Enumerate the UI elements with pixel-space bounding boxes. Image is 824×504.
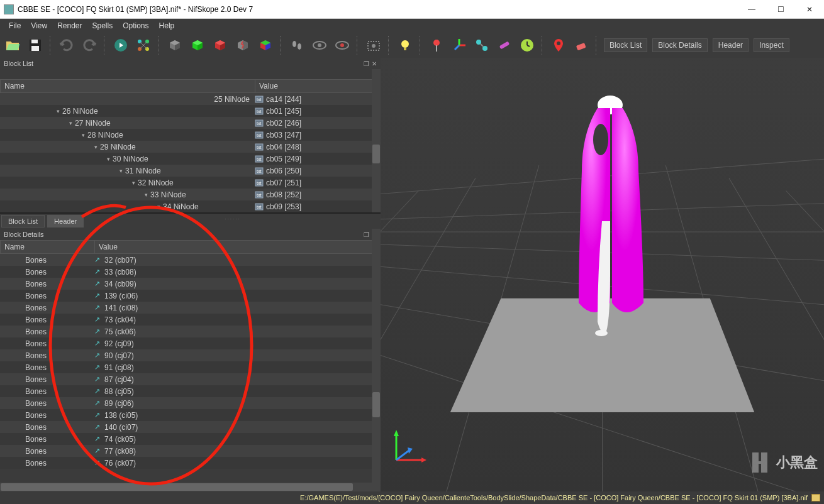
cube-color-icon[interactable] <box>255 35 276 55</box>
cube-red-icon[interactable] <box>210 35 230 55</box>
details-row[interactable]: Bones↗89 (cj06) <box>0 397 381 409</box>
left-pane: Block List❐✕ ˅︿ Name Value 25 NiNodetxt … <box>0 58 381 491</box>
blocklist-row[interactable]: ▾31 NiNodetxt cb06 [250] <box>0 165 381 177</box>
details-row[interactable]: Bones↗139 (ci06) <box>0 290 381 302</box>
tab-header-button[interactable]: Header <box>713 38 749 52</box>
details-row[interactable]: Bones↗75 (ck06) <box>0 326 381 337</box>
tab-header[interactable]: Header <box>47 215 84 227</box>
svg-point-62 <box>593 124 608 155</box>
blocklist-row[interactable]: ▾30 NiNodetxt cb05 [249] <box>0 153 381 165</box>
blocklist-row[interactable]: ▾32 NiNodetxt cb07 [251] <box>0 177 381 189</box>
svg-text:txt: txt <box>257 121 261 126</box>
details-row[interactable]: Bones↗74 (ck05) <box>0 433 381 445</box>
pill-icon[interactable] <box>494 35 515 55</box>
blocklist-col-value[interactable]: Value <box>255 80 380 92</box>
blocklist-row[interactable]: ▾34 NiNodetxt cb09 [253] <box>0 200 381 212</box>
blocklist-col-name[interactable]: Name <box>1 80 255 92</box>
details-row[interactable]: Bones↗33 (cb08) <box>0 266 381 278</box>
footprints-icon[interactable] <box>287 35 307 55</box>
details-row[interactable]: Bones↗138 (ci05) <box>0 409 381 421</box>
bulb-icon[interactable] <box>395 35 415 55</box>
details-row[interactable]: Bones↗87 (cj04) <box>0 373 381 385</box>
svg-rect-17 <box>404 48 406 50</box>
menu-view[interactable]: View <box>26 20 52 31</box>
3d-viewport[interactable]: 小黑盒 <box>381 58 824 491</box>
drag-handle[interactable]: ∙∙∙∙∙∙ <box>85 214 381 229</box>
details-row[interactable]: Bones↗73 (ck04) <box>0 314 381 326</box>
svg-marker-67 <box>394 430 399 436</box>
statusbar-path: E:/GAMES(E)/Test/mods/[COCO] Fairy Queen… <box>300 494 808 501</box>
svg-text:txt: txt <box>257 109 261 114</box>
details-hscroll[interactable] <box>0 483 381 491</box>
minimize-button[interactable]: — <box>737 0 766 19</box>
svg-text:txt: txt <box>257 97 261 102</box>
blocklist-row[interactable]: ▾28 NiNodetxt cb03 [247] <box>0 129 381 141</box>
cube-green-icon[interactable] <box>187 35 208 55</box>
blocklist-rows[interactable]: 25 NiNodetxt ca14 [244]▾26 NiNodetxt cb0… <box>0 93 381 212</box>
toolbar: Block List Block Details Header Inspect <box>0 33 824 58</box>
details-row[interactable]: Bones↗92 (cj09) <box>0 337 381 349</box>
screenshot-icon[interactable] <box>364 35 384 55</box>
constraint-icon[interactable] <box>472 35 492 55</box>
details-row[interactable]: Bones↗34 (cb09) <box>0 278 381 290</box>
nodes-icon[interactable] <box>133 35 153 55</box>
details-row[interactable]: Bones↗76 (ck07) <box>0 457 381 469</box>
folder-icon[interactable] <box>811 494 820 501</box>
svg-marker-65 <box>421 457 426 463</box>
blocklist-row[interactable]: ▾33 NiNodetxt cb08 [252] <box>0 189 381 200</box>
eye-marker-icon[interactable] <box>332 35 352 55</box>
close-panel-icon[interactable]: ✕ <box>372 60 377 67</box>
menubar: FileViewRenderSpellsOptionsHelp <box>0 19 824 33</box>
cube-crack-icon[interactable] <box>233 35 253 55</box>
tab-blockdetails-button[interactable]: Block Details <box>652 38 707 52</box>
axes-icon[interactable] <box>449 35 469 55</box>
details-col-value[interactable]: Value <box>95 241 380 253</box>
svg-point-18 <box>433 40 440 46</box>
details-row[interactable]: Bones↗88 (cj05) <box>0 385 381 397</box>
close-button[interactable]: ✕ <box>795 0 824 19</box>
blocklist-vscroll[interactable] <box>372 69 381 212</box>
details-row[interactable]: Bones↗141 (ci08) <box>0 302 381 314</box>
svg-point-24 <box>557 41 560 45</box>
pin-icon[interactable] <box>426 35 447 55</box>
svg-point-20 <box>476 40 481 45</box>
menu-file[interactable]: File <box>4 20 26 31</box>
cube-grey-icon[interactable] <box>165 35 185 55</box>
tab-inspect-button[interactable]: Inspect <box>754 38 789 52</box>
eye-icon[interactable] <box>309 35 330 55</box>
restore-icon[interactable]: ❐ <box>364 231 369 238</box>
clock-icon[interactable] <box>517 35 537 55</box>
tab-block-list[interactable]: Block List <box>1 215 45 227</box>
details-vscroll[interactable] <box>372 229 381 491</box>
details-row[interactable]: Bones↗32 (cb07) <box>0 254 381 266</box>
details-row[interactable]: Bones↗90 (cj07) <box>0 349 381 361</box>
menu-help[interactable]: Help <box>154 20 180 31</box>
blocklist-row[interactable]: ▾29 NiNodetxt cb04 [248] <box>0 141 381 153</box>
sphere-play-icon[interactable] <box>111 35 131 55</box>
restore-icon[interactable]: ❐ <box>364 60 369 67</box>
blocklist-row[interactable]: ▾27 NiNodetxt cb02 [246] <box>0 117 381 129</box>
open-icon[interactable] <box>3 35 23 55</box>
redo-icon[interactable] <box>79 35 99 55</box>
details-row[interactable]: Bones↗140 (ci07) <box>0 421 381 433</box>
details-rows[interactable]: Bones↗32 (cb07)Bones↗33 (cb08)Bones↗34 (… <box>0 254 381 491</box>
details-row[interactable]: Bones↗91 (cj08) <box>0 361 381 373</box>
svg-line-68 <box>396 451 409 460</box>
tab-blocklist-button[interactable]: Block List <box>604 38 647 52</box>
marker-icon[interactable] <box>548 35 569 55</box>
menu-render[interactable]: Render <box>52 20 87 31</box>
maximize-button[interactable]: ☐ <box>766 0 795 19</box>
eraser-icon[interactable] <box>571 35 591 55</box>
menu-spells[interactable]: Spells <box>87 20 118 31</box>
svg-rect-22 <box>499 41 510 49</box>
details-row[interactable]: Bones↗77 (ck08) <box>0 445 381 457</box>
save-icon[interactable] <box>25 35 45 55</box>
blocklist-row[interactable]: 25 NiNodetxt ca14 [244] <box>0 93 381 105</box>
menu-options[interactable]: Options <box>118 20 153 31</box>
details-col-name[interactable]: Name <box>1 241 95 253</box>
svg-rect-19 <box>436 45 437 52</box>
svg-line-59 <box>786 191 824 492</box>
undo-icon[interactable] <box>57 35 77 55</box>
blocklist-row[interactable]: ▾26 NiNodetxt cb01 [245] <box>0 105 381 117</box>
statusbar: E:/GAMES(E)/Test/mods/[COCO] Fairy Queen… <box>0 491 824 504</box>
